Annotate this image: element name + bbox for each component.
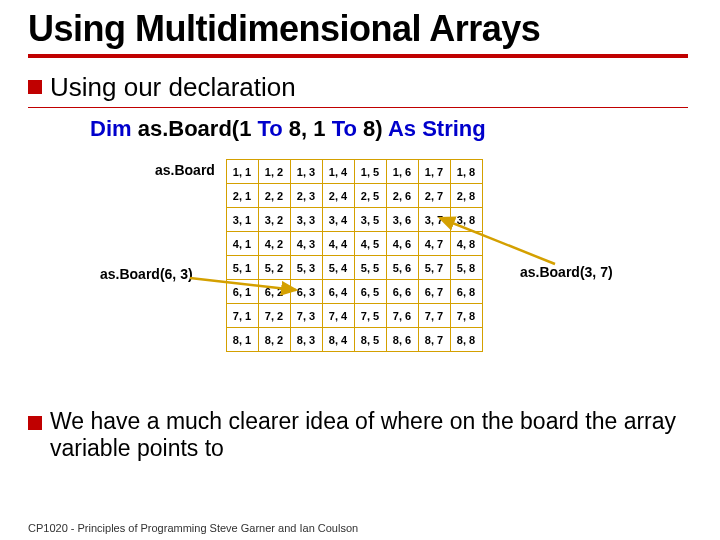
cell-8-3: 8, 3: [290, 327, 323, 352]
as-board-label: as.Board: [155, 162, 215, 178]
cell-3-4: 3, 4: [322, 207, 355, 232]
cell-3-3: 3, 3: [290, 207, 323, 232]
bullet-row-2: We have a much clearer idea of where on …: [0, 408, 720, 463]
bullet-1-text: Using our declaration: [50, 72, 296, 103]
cell-1-8: 1, 8: [450, 159, 483, 184]
cell-1-6: 1, 6: [386, 159, 419, 184]
cell-6-8: 6, 8: [450, 279, 483, 304]
board-area: as.Board 1, 11, 21, 31, 41, 51, 61, 71, …: [0, 156, 720, 406]
cell-4-7: 4, 7: [418, 231, 451, 256]
cell-6-1: 6, 1: [226, 279, 259, 304]
cell-6-7: 6, 7: [418, 279, 451, 304]
cell-1-2: 1, 2: [258, 159, 291, 184]
cell-5-6: 5, 6: [386, 255, 419, 280]
kw-dim: Dim: [90, 116, 132, 141]
cell-2-2: 2, 2: [258, 183, 291, 208]
cell-5-7: 5, 7: [418, 255, 451, 280]
label-ref-3-7: as.Board(3, 7): [520, 264, 613, 280]
cell-6-5: 6, 5: [354, 279, 387, 304]
cell-8-8: 8, 8: [450, 327, 483, 352]
dim-mid: 8, 1: [283, 116, 332, 141]
bullet-icon: [28, 80, 42, 94]
cell-2-5: 2, 5: [354, 183, 387, 208]
cell-4-6: 4, 6: [386, 231, 419, 256]
cell-2-8: 2, 8: [450, 183, 483, 208]
cell-1-4: 1, 4: [322, 159, 355, 184]
cell-3-8: 3, 8: [450, 207, 483, 232]
cell-4-1: 4, 1: [226, 231, 259, 256]
cell-5-4: 5, 4: [322, 255, 355, 280]
cell-1-3: 1, 3: [290, 159, 323, 184]
slide-title: Using Multidimensional Arrays: [0, 0, 720, 54]
cell-4-2: 4, 2: [258, 231, 291, 256]
cell-2-4: 2, 4: [322, 183, 355, 208]
label-ref-6-3: as.Board(6, 3): [100, 266, 193, 282]
cell-8-2: 8, 2: [258, 327, 291, 352]
footer-text: CP1020 - Principles of Programming Steve…: [28, 522, 358, 534]
cell-5-3: 5, 3: [290, 255, 323, 280]
cell-6-6: 6, 6: [386, 279, 419, 304]
bullet-2-text: We have a much clearer idea of where on …: [50, 408, 690, 463]
cell-1-1: 1, 1: [226, 159, 259, 184]
cell-3-2: 3, 2: [258, 207, 291, 232]
cell-6-2: 6, 2: [258, 279, 291, 304]
cell-5-5: 5, 5: [354, 255, 387, 280]
dim-end: 8): [357, 116, 388, 141]
cell-7-4: 7, 4: [322, 303, 355, 328]
cell-4-3: 4, 3: [290, 231, 323, 256]
cell-8-1: 8, 1: [226, 327, 259, 352]
cell-7-5: 7, 5: [354, 303, 387, 328]
title-underline: [28, 54, 688, 58]
cell-4-4: 4, 4: [322, 231, 355, 256]
cell-1-7: 1, 7: [418, 159, 451, 184]
cell-2-7: 2, 7: [418, 183, 451, 208]
cell-2-6: 2, 6: [386, 183, 419, 208]
cell-2-3: 2, 3: [290, 183, 323, 208]
cell-3-1: 3, 1: [226, 207, 259, 232]
cell-4-8: 4, 8: [450, 231, 483, 256]
cell-3-7: 3, 7: [418, 207, 451, 232]
bullet-row-1: Using our declaration: [0, 72, 720, 103]
cell-3-5: 3, 5: [354, 207, 387, 232]
cell-5-1: 5, 1: [226, 255, 259, 280]
cell-7-2: 7, 2: [258, 303, 291, 328]
bullet-underline: [28, 107, 688, 108]
cell-6-4: 6, 4: [322, 279, 355, 304]
cell-7-8: 7, 8: [450, 303, 483, 328]
array-grid: 1, 11, 21, 31, 41, 51, 61, 71, 82, 12, 2…: [226, 160, 482, 352]
cell-3-6: 3, 6: [386, 207, 419, 232]
bullet-icon: [28, 416, 42, 430]
cell-5-8: 5, 8: [450, 255, 483, 280]
cell-8-7: 8, 7: [418, 327, 451, 352]
cell-1-5: 1, 5: [354, 159, 387, 184]
dim-name: as.Board(1: [132, 116, 258, 141]
dim-declaration: Dim as.Board(1 To 8, 1 To 8) As String: [0, 116, 720, 142]
cell-7-1: 7, 1: [226, 303, 259, 328]
kw-to-1: To: [258, 116, 283, 141]
kw-as-string: As String: [388, 116, 486, 141]
cell-2-1: 2, 1: [226, 183, 259, 208]
cell-6-3: 6, 3: [290, 279, 323, 304]
cell-8-5: 8, 5: [354, 327, 387, 352]
cell-7-6: 7, 6: [386, 303, 419, 328]
cell-8-6: 8, 6: [386, 327, 419, 352]
kw-to-2: To: [332, 116, 357, 141]
cell-5-2: 5, 2: [258, 255, 291, 280]
cell-7-3: 7, 3: [290, 303, 323, 328]
cell-4-5: 4, 5: [354, 231, 387, 256]
cell-8-4: 8, 4: [322, 327, 355, 352]
cell-7-7: 7, 7: [418, 303, 451, 328]
